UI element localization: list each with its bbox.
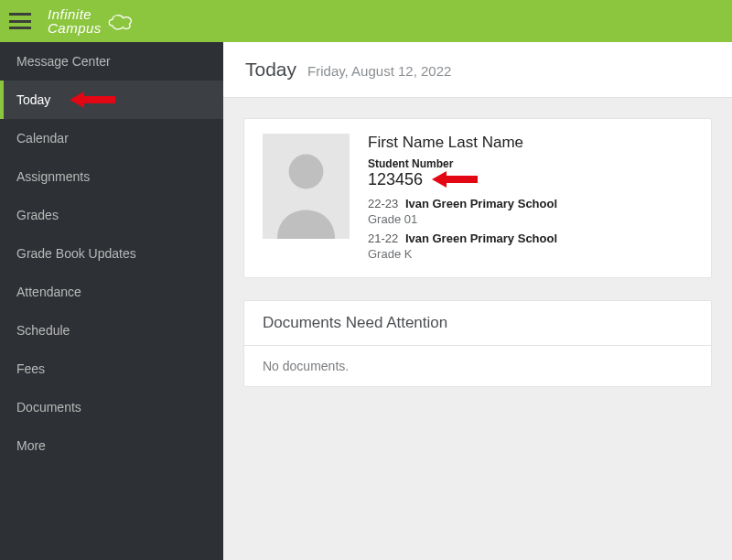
sidebar-item-documents[interactable]: Documents (0, 388, 223, 426)
sidebar-item-label: Assignments (16, 169, 90, 184)
brand-line2: Campus (48, 21, 102, 35)
sidebar-item-fees[interactable]: Fees (0, 350, 223, 388)
sidebar-item-label: Grades (16, 208, 59, 222)
svg-marker-0 (70, 92, 115, 108)
sidebar-item-message-center[interactable]: Message Center (0, 42, 223, 81)
sidebar-item-grade-book-updates[interactable]: Grade Book Updates (0, 234, 223, 273)
cloud-icon (105, 12, 138, 30)
page-date: Friday, August 12, 2022 (307, 63, 451, 79)
enrollment-years: 21-22 (368, 232, 398, 245)
sidebar-item-label: Calendar (16, 131, 69, 145)
student-card: First Name Last Name Student Number 1234… (243, 118, 712, 278)
annotation-arrow-icon (70, 90, 115, 110)
sidebar-item-more[interactable]: More (0, 426, 223, 465)
sidebar-item-label: Today (16, 92, 50, 107)
person-icon (267, 143, 345, 239)
sidebar-item-calendar[interactable]: Calendar (0, 119, 223, 157)
sidebar-item-label: Attendance (16, 285, 81, 299)
sidebar-item-label: Schedule (16, 323, 70, 338)
student-name: First Name Last Name (368, 134, 693, 152)
enrollment-school: Ivan Green Primary School (405, 197, 557, 210)
sidebar-item-label: More (16, 438, 46, 453)
student-number-label: Student Number (368, 157, 693, 170)
sidebar-item-grades[interactable]: Grades (0, 196, 223, 234)
enrollment-grade: Grade K (368, 247, 693, 261)
enrollment-years: 22-23 (368, 197, 398, 210)
sidebar-item-label: Message Center (16, 54, 111, 69)
app-root: Infinite Campus Message Center Today Cal… (0, 0, 732, 560)
content: First Name Last Name Student Number 1234… (223, 98, 732, 407)
enrollment-school: Ivan Green Primary School (405, 232, 557, 245)
sidebar-item-label: Fees (16, 361, 45, 376)
page-header: Today Friday, August 12, 2022 (223, 42, 732, 98)
annotation-arrow-icon (432, 170, 478, 188)
documents-empty: No documents. (244, 346, 711, 386)
sidebar-item-label: Grade Book Updates (16, 246, 136, 261)
brand-line1: Infinite (48, 7, 102, 21)
svg-marker-2 (432, 171, 478, 188)
body: Message Center Today Calendar Assignment… (0, 42, 732, 560)
menu-icon[interactable] (9, 13, 31, 29)
sidebar: Message Center Today Calendar Assignment… (0, 42, 223, 560)
page-title: Today (245, 59, 296, 81)
documents-card: Documents Need Attention No documents. (243, 300, 712, 387)
avatar (263, 134, 350, 239)
student-number: 123456 (368, 170, 423, 188)
enrollment-grade: Grade 01 (368, 212, 693, 226)
topbar: Infinite Campus (0, 0, 732, 42)
sidebar-item-assignments[interactable]: Assignments (0, 157, 223, 196)
sidebar-item-schedule[interactable]: Schedule (0, 311, 223, 350)
sidebar-item-attendance[interactable]: Attendance (0, 273, 223, 311)
sidebar-item-today[interactable]: Today (0, 81, 223, 119)
documents-header: Documents Need Attention (244, 301, 711, 346)
main: Today Friday, August 12, 2022 First Name… (223, 42, 732, 560)
profile-info: First Name Last Name Student Number 1234… (368, 134, 693, 261)
student-number-row: 123456 (368, 170, 693, 189)
sidebar-item-label: Documents (16, 400, 81, 415)
svg-point-1 (289, 155, 324, 189)
enrollment-row: 22-23 Ivan Green Primary School Grade 01 (368, 197, 693, 226)
brand-logo[interactable]: Infinite Campus (48, 7, 138, 35)
enrollment-row: 21-22 Ivan Green Primary School Grade K (368, 232, 693, 261)
